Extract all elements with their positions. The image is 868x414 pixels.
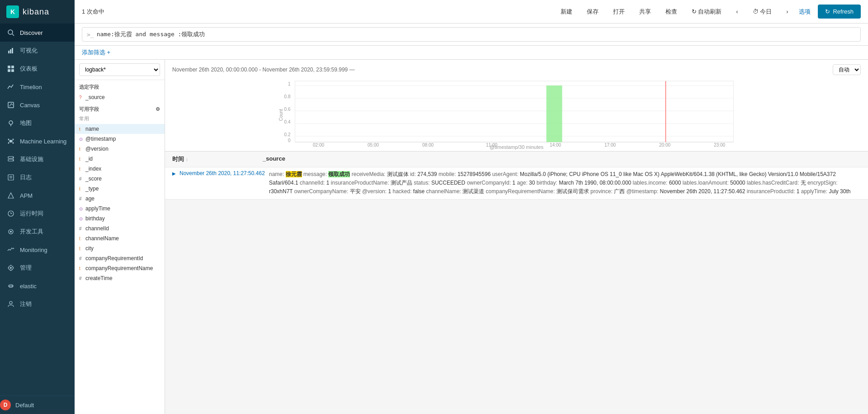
inspect-button[interactable]: 检查 [662,6,681,18]
svg-point-16 [9,140,12,143]
sidebar-item-ml-label: Machine Learning [20,138,66,145]
field-item-city[interactable]: t city [75,243,165,253]
field-item-channelname[interactable]: t channelName [75,233,165,243]
field-item-index[interactable]: t _index [75,164,165,174]
sort-icon[interactable]: ↕ [186,157,188,162]
refresh-icon: ↻ [692,8,697,15]
sidebar-item-monitoring[interactable]: Monitoring [0,241,75,259]
tab-indicator: 1 次命中 [82,8,104,16]
field-name-version: @version [85,146,108,152]
sidebar-item-manage[interactable]: 管理 [0,259,75,277]
sidebar-item-dashboard[interactable]: 仪表板 [0,60,75,78]
selected-fields-section: 选定字段 [75,80,165,92]
field-name-index: _index [85,166,101,172]
devtools-icon [6,227,15,236]
expand-row-button[interactable]: ▶ [172,171,176,176]
result-source: name: 徐元霞 message: 领取成功 receiveMedia: 测试… [269,170,861,196]
share-button[interactable]: 共享 [636,6,655,18]
svg-line-24 [12,142,13,143]
sidebar-item-timelion[interactable]: Timelion [0,78,75,96]
sidebar-item-maps[interactable]: 地图 [0,114,75,132]
timelion-icon [6,82,15,91]
result-timestamp[interactable]: November 26th 2020, 11:27:50.462 [179,170,265,176]
clock-icon: ⏱ [753,8,759,15]
field-type-icon: ? [79,95,84,100]
field-sidebar: logback* ⚙ 选定字段 ? _source 可用字段 ⚙ 常用 t na… [75,60,165,414]
field-type-hash5: # [79,276,84,281]
query-input[interactable]: name:徐元霞 and message :领取成功 [97,30,205,38]
options-link[interactable]: 选项 [799,8,811,16]
sidebar-item-canvas[interactable]: Canvas [0,96,75,114]
field-type-clock2: ⊙ [79,206,84,211]
topbar-actions: 新建 保存 打开 共享 检查 ↻ 自动刷新 ‹ ⏱ 今日 › 选项 ↻ Refr… [557,5,861,19]
sidebar-item-elastic[interactable]: elastic [0,277,75,295]
svg-point-2 [8,30,13,34]
sidebar-item-infra[interactable]: 基础设施 [0,150,75,168]
svg-text:0.2: 0.2 [284,132,291,137]
sidebar-item-monitoring-label: Monitoring [20,247,47,253]
svg-point-18 [13,139,14,140]
logs-icon [6,173,15,182]
sidebar-logo: K kibana [0,0,75,24]
field-type-t5: t [79,186,84,191]
visualize-icon [6,46,15,55]
field-type-t7: t [79,246,84,251]
new-button[interactable]: 新建 [557,6,576,18]
field-item-applytime[interactable]: ⊙ applyTime [75,204,165,214]
sidebar-item-visualize[interactable]: 可视化 [0,42,75,60]
sidebar-user[interactable]: D Default [0,395,75,414]
index-selector: logback* ⚙ [75,60,165,80]
infra-icon [6,155,15,164]
sidebar-item-apm[interactable]: APM [0,186,75,205]
sidebar-item-cancel[interactable]: 注销 [0,295,75,313]
next-time-button[interactable]: › [783,6,792,17]
field-item-type[interactable]: t _type [75,184,165,194]
today-button[interactable]: ⏱ 今日 [749,6,776,18]
prev-time-button[interactable]: ‹ [732,6,741,17]
col-time-header: 时间 ↕ [172,155,263,163]
field-item-version[interactable]: t @version [75,144,165,154]
field-item-companyrequirementname[interactable]: t companyRequirementName [75,263,165,273]
index-pattern-select[interactable]: logback* [79,63,160,76]
svg-text:20:00: 20:00 [659,143,670,147]
svg-point-17 [8,139,9,140]
field-item-birthday[interactable]: ⊙ birthday [75,214,165,224]
field-type-t3: t [79,157,84,162]
field-item-timestamp[interactable]: ⊙ @timestamp [75,134,165,144]
field-item-score[interactable]: # _score [75,174,165,184]
field-item-createtime[interactable]: # createTime [75,273,165,283]
monitoring-icon [6,245,15,254]
svg-rect-8 [11,66,14,68]
field-item-name[interactable]: t name [75,124,165,134]
save-button[interactable]: 保存 [583,6,602,18]
svg-rect-7 [8,66,10,68]
refresh-button[interactable]: ↻ Refresh [818,5,861,19]
field-type-hash4: # [79,256,84,261]
field-item-source[interactable]: ? _source [75,92,165,102]
sidebar-item-devtools[interactable]: 开发工具 [0,223,75,241]
sidebar-item-logs[interactable]: 日志 [0,168,75,186]
sidebar-item-manage-label: 管理 [20,264,32,272]
sidebar-item-cancel-label: 注销 [20,300,32,308]
svg-point-35 [10,231,12,233]
sidebar-item-uptime[interactable]: 运行时间 [0,205,75,223]
settings-icon[interactable]: ⚙ [156,106,160,112]
field-item-channelid[interactable]: # channelId [75,224,165,233]
svg-text:0.6: 0.6 [284,107,291,112]
sidebar-item-ml[interactable]: Machine Learning [0,132,75,150]
auto-interval-select[interactable]: 自动 [833,64,861,75]
svg-rect-52 [295,81,734,142]
sidebar-item-maps-label: 地图 [20,119,32,127]
add-filter-button[interactable]: 添加筛选 + [82,48,110,57]
auto-refresh-button[interactable]: ↻ 自动刷新 [688,6,726,18]
chart-area: November 26th 2020, 00:00:00.000 - Novem… [165,60,868,152]
field-item-age[interactable]: # age [75,194,165,204]
field-item-id[interactable]: t _id [75,154,165,164]
sidebar-item-discover[interactable]: Discover [0,24,75,42]
sidebar-item-canvas-label: Canvas [20,102,40,109]
svg-text:K: K [10,8,15,15]
field-item-companyrequirementid[interactable]: # companyRequirementId [75,253,165,263]
sidebar-item-elastic-label: elastic [20,283,37,290]
field-name-city: city [85,245,94,252]
open-button[interactable]: 打开 [609,6,628,18]
